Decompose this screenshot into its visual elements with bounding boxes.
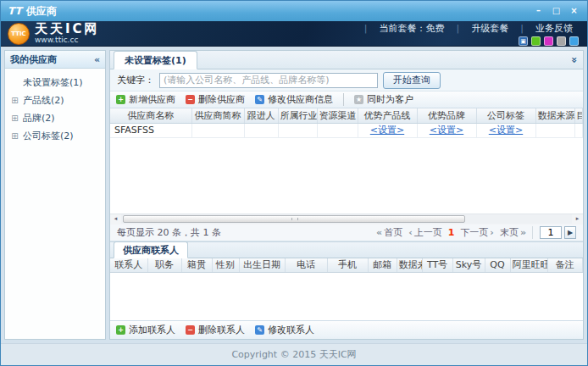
prev-page-button[interactable]: ‹ 上一页 [408, 226, 442, 239]
column-header[interactable]: 目标客户 [574, 108, 583, 123]
empty-cell [535, 123, 574, 137]
set-company-tag-link[interactable]: <设置> [489, 125, 523, 136]
column-header[interactable]: 邮箱 [368, 258, 397, 273]
app-logo-mark: TT [8, 5, 22, 17]
toolbar-button-icon: ✎ [255, 325, 264, 335]
tree-item[interactable]: 未设置标签(1) [8, 74, 103, 92]
column-header[interactable]: 优势品牌 [417, 108, 476, 123]
expand-icon[interactable]: ⊞ [10, 96, 19, 105]
column-header[interactable]: 优势产品线 [358, 108, 417, 123]
column-header[interactable]: 性别 [212, 258, 239, 273]
tree-item[interactable]: ⊞ 品牌(2) [8, 109, 103, 127]
tab-overflow-icon[interactable]: » [569, 55, 580, 65]
toolbar-button-icon: ✎ [255, 95, 264, 104]
column-header[interactable]: QQ [485, 258, 510, 273]
scrollbar-thumb[interactable] [123, 215, 465, 223]
toolbar-button[interactable]: − 删除联系人 [186, 324, 245, 336]
expand-icon[interactable]: ⊞ [10, 131, 19, 141]
tree-item[interactable]: ⊞ 公司标签(2) [8, 127, 103, 145]
toolbar-button-label: 修改联系人 [268, 324, 314, 336]
theme-color-swatch-icon[interactable]: ▣ [519, 36, 528, 46]
column-header[interactable]: 联系人 [110, 258, 147, 273]
column-header[interactable]: 数据来源 [535, 108, 574, 123]
keyword-input[interactable] [159, 73, 378, 88]
table-row[interactable]: SFASFSS <设置> <设置> <设置> [110, 123, 583, 137]
column-header[interactable]: 备注 [547, 258, 583, 273]
content-area: 我的供应商 « 未设置标签(1) ⊞ 产品线(2) ⊞ [1, 47, 587, 343]
maximize-button[interactable]: □ [550, 5, 563, 17]
toolbar-button[interactable]: − 删除供应商 [186, 93, 245, 106]
main-panel: 未设置标签(1) » 关键字： 开始查询 + 新增供应商 − 删除供应商 [109, 50, 584, 340]
toolbar-button-icon: ★ [354, 95, 363, 104]
column-header[interactable]: 出生日期 [239, 258, 285, 273]
close-button[interactable]: × [568, 5, 580, 17]
toolbar-button[interactable]: + 新增供应商 [116, 93, 175, 106]
theme-color-swatch-icon[interactable] [557, 36, 566, 46]
tree-item[interactable]: ⊞ 产品线(2) [8, 92, 103, 109]
column-header[interactable]: 跟进人 [244, 108, 278, 123]
brand-url: www.ttic.cc [35, 36, 100, 44]
tree-item-label: 产品线(2) [23, 94, 64, 107]
column-header[interactable]: 所属行业 [278, 108, 317, 123]
theme-color-swatch-icon[interactable] [531, 36, 541, 46]
next-page-button[interactable]: 下一页 › [460, 226, 494, 239]
expand-icon[interactable]: ⊞ [10, 114, 19, 123]
header-link[interactable]: 升级套餐 [451, 22, 515, 35]
column-header[interactable]: 阿里旺旺 [510, 258, 547, 273]
tree-item-label: 品牌(2) [23, 112, 55, 125]
sidebar-header: 我的供应商 « [5, 51, 105, 69]
toolbar-button[interactable]: + 添加联系人 [116, 324, 175, 336]
header-right: 当前套餐：免费升级套餐业务反馈 ▣ [358, 22, 579, 46]
toolbar-button-label: 删除联系人 [198, 324, 245, 336]
contacts-table-header: 联系人职务籍贯性别出生日期电话手机邮箱数据来源TT号Sky号QQ阿里旺旺备注 [110, 258, 583, 273]
column-header[interactable]: 供应商名称 [110, 108, 191, 123]
contacts-toolbar: + 添加联系人 − 删除联系人 ✎ 修改联系人 [110, 320, 583, 339]
column-header[interactable]: 电话 [285, 258, 327, 273]
window-titlebar: TT 供应商 – □ × [1, 1, 587, 21]
column-header[interactable]: 资源渠道 [317, 108, 358, 123]
prev-page-icon: ‹ [408, 227, 413, 238]
window-title: 供应商 [26, 4, 57, 19]
scrollbar-track[interactable] [121, 214, 572, 224]
header-link[interactable]: 当前套餐：免费 [358, 22, 451, 35]
column-header[interactable]: 公司标签 [476, 108, 535, 123]
page-number-input[interactable] [540, 226, 562, 239]
tab-contacts[interactable]: 供应商联系人 [114, 241, 188, 258]
set-brand-link[interactable]: <设置> [430, 125, 463, 136]
column-header[interactable]: 职务 [147, 258, 181, 273]
product-line-cell: <设置> [358, 123, 417, 137]
tab-unset-label[interactable]: 未设置标签(1) [114, 51, 197, 69]
scroll-right-icon[interactable]: ▸ [572, 214, 583, 225]
theme-color-swatch-icon[interactable] [544, 36, 553, 46]
go-to-page-icon[interactable]: ▶ [564, 226, 576, 239]
column-header[interactable]: TT号 [422, 258, 452, 273]
first-page-button[interactable]: « 首页 [376, 226, 402, 239]
minimize-button[interactable]: – [532, 5, 545, 17]
horizontal-scrollbar[interactable]: ◂ ▸ [110, 214, 583, 225]
search-button[interactable]: 开始查询 [383, 72, 441, 89]
toolbar-button[interactable]: ✎ 修改联系人 [255, 324, 314, 336]
scroll-left-icon[interactable]: ◂ [110, 214, 121, 225]
keyword-label: 关键字： [117, 74, 154, 86]
contacts-empty-area [110, 273, 583, 320]
column-header[interactable]: 手机 [327, 258, 368, 273]
page-jump: ▶ [532, 226, 576, 239]
footer: Copyright © 2015 天天IC网 [1, 343, 587, 365]
empty-cell [574, 123, 583, 137]
column-header[interactable]: 数据来源 [397, 258, 422, 273]
last-page-button[interactable]: 末页 » [500, 226, 526, 239]
last-page-icon: » [520, 227, 526, 238]
header-link[interactable]: 业务反馈 [514, 22, 579, 35]
supplier-table: 供应商名称供应商简称跟进人所属行业资源渠道优势产品线优势品牌公司标签数据来源目标… [110, 108, 583, 138]
column-header[interactable]: 籍贯 [181, 258, 212, 273]
toolbar-button[interactable]: ★ 同时为客户 [343, 93, 413, 106]
column-header[interactable]: Sky号 [452, 258, 485, 273]
column-header[interactable]: 供应商简称 [191, 108, 244, 123]
set-product-line-link[interactable]: <设置> [370, 125, 404, 136]
collapse-sidebar-icon[interactable]: « [94, 54, 100, 65]
toolbar-button[interactable]: ✎ 修改供应商信息 [255, 93, 333, 106]
brand-name: 天天IC网 [35, 23, 100, 36]
current-page-number: 1 [448, 227, 455, 238]
empty-cell [317, 123, 358, 137]
theme-color-swatch-icon[interactable] [569, 36, 579, 46]
